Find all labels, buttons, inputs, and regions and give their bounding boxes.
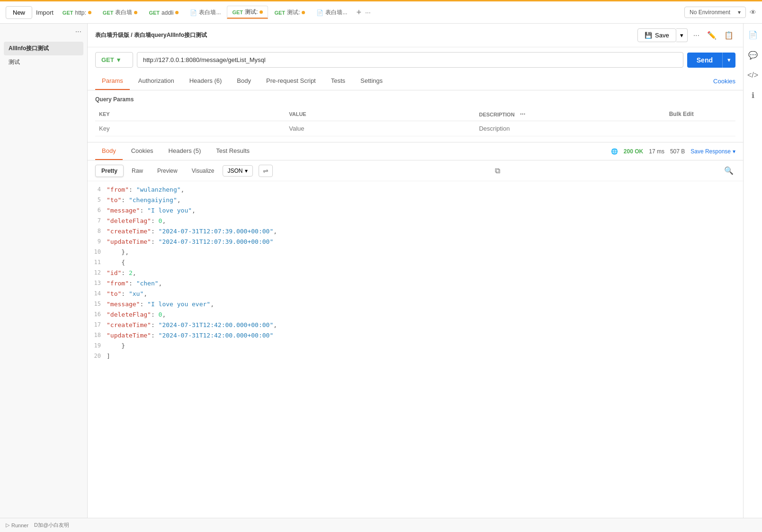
code-line: 20 ] (88, 352, 743, 362)
tab-label: 测试: (287, 9, 300, 17)
visualize-button[interactable]: Visualize (186, 165, 221, 177)
params-table: KEY VALUE DESCRIPTION ··· Bulk Edit (95, 107, 735, 136)
tab-get-baizhiqiang[interactable]: GET 表白墙 (98, 6, 143, 18)
url-bar: GET ▾ Send ▾ (88, 47, 743, 72)
save-button[interactable]: 💾 Save (637, 28, 676, 42)
runner-label: Runner (11, 523, 28, 528)
send-button[interactable]: Send (687, 53, 722, 68)
doc-icon: 📄 (190, 9, 197, 16)
method-label: GET (274, 10, 285, 16)
response-tab-body[interactable]: Body (95, 142, 123, 160)
tab-label: 表白墙... (199, 9, 221, 17)
tab-settings[interactable]: Settings (354, 72, 389, 90)
description-more-icon[interactable]: ··· (520, 110, 526, 118)
pretty-button[interactable]: Pretty (95, 165, 124, 177)
value-input[interactable] (289, 125, 471, 132)
send-button-group: Send ▾ (687, 53, 735, 68)
chevron-down-icon: ▾ (733, 148, 735, 155)
doc-panel-icon[interactable]: 📄 (745, 27, 761, 42)
content-area: 表白墙升级版 / 表白墙queryAllInfo接口测试 💾 Save ▾ ··… (88, 24, 743, 518)
code-line: 11 { (88, 258, 743, 268)
more-tabs-button[interactable]: ··· (365, 9, 371, 16)
code-view: 4 "from": "wulanzheng", 5 "to": "chengai… (88, 181, 743, 518)
save-button-group: 💾 Save ▾ (637, 28, 688, 42)
bottom-extra: D加@小白友明 (34, 522, 69, 529)
save-label: Save (655, 32, 669, 39)
tab-params[interactable]: Params (95, 72, 130, 90)
new-button[interactable]: New (6, 6, 32, 19)
wrap-button[interactable]: ⇌ (259, 165, 273, 177)
tab-body[interactable]: Body (230, 72, 258, 90)
runner-button[interactable]: ▷ Runner (6, 522, 28, 528)
code-panel-icon[interactable]: </> (744, 68, 761, 82)
tab-headers[interactable]: Headers (6) (183, 72, 229, 90)
json-label: JSON (228, 168, 243, 174)
status-code: 200 OK (624, 148, 643, 155)
sidebar-more-button[interactable]: ··· (0, 24, 87, 40)
tab-prerequest[interactable]: Pre-request Script (260, 72, 323, 90)
response-tab-headers[interactable]: Headers (5) (162, 142, 208, 160)
top-bar: New Import GET http: GET 表白墙 GET addli 📄… (0, 0, 762, 24)
tab-label: addli (161, 9, 173, 16)
code-line: 8 "createTime": "2024-07-31T12:07:39.000… (88, 227, 743, 237)
preview-button[interactable]: Preview (151, 165, 184, 177)
chevron-down-icon: ▾ (738, 9, 741, 16)
tab-tests[interactable]: Tests (324, 72, 352, 90)
tab-doc-baizhiqiang2[interactable]: 📄 表白墙... (185, 6, 226, 18)
unsaved-dot (134, 11, 137, 14)
eye-icon[interactable]: 👁 (750, 9, 756, 16)
desc-input[interactable] (479, 125, 661, 132)
code-line: 10 }, (88, 248, 743, 258)
import-button[interactable]: Import (36, 9, 54, 16)
json-format-select[interactable]: JSON ▾ (223, 165, 253, 177)
breadcrumb-prefix: 表白墙升级版 (95, 32, 129, 38)
response-status: 🌐 200 OK 17 ms 507 B Save Response ▾ (611, 148, 735, 155)
raw-button[interactable]: Raw (126, 165, 149, 177)
save-dropdown-button[interactable]: ▾ (676, 28, 688, 42)
bulk-edit-button[interactable]: Bulk Edit (669, 111, 694, 117)
breadcrumb: 表白墙升级版 / 表白墙queryAllInfo接口测试 (95, 31, 207, 39)
code-line: 13 "from": "chen", (88, 279, 743, 289)
key-input[interactable] (99, 125, 281, 132)
tab-get-http[interactable]: GET http: (57, 7, 97, 18)
method-value: GET (101, 56, 114, 63)
query-params-title: Query Params (95, 96, 735, 103)
code-line: 16 "deleteFlag": 0, (88, 310, 743, 320)
method-label: GET (232, 9, 243, 15)
save-response-button[interactable]: Save Response ▾ (690, 148, 735, 155)
method-select[interactable]: GET ▾ (95, 52, 133, 68)
tab-get-addli[interactable]: GET addli (143, 7, 184, 18)
sidebar-item-allinfo[interactable]: AllInfo接口测试 (4, 42, 83, 55)
tab-get-ceshi[interactable]: GET 测试: (227, 6, 268, 19)
add-tab-button[interactable]: + (353, 8, 364, 18)
chat-panel-icon[interactable]: 💬 (745, 48, 761, 62)
copy-button[interactable]: ⧉ (493, 165, 502, 177)
response-size: 507 B (670, 148, 685, 155)
tab-doc-baizhiqiang3[interactable]: 📄 表白墙... (311, 6, 352, 18)
response-tab-test-results[interactable]: Test Results (209, 142, 256, 160)
more-actions-button[interactable]: ··· (691, 29, 701, 42)
cookies-link[interactable]: Cookies (713, 78, 735, 85)
response-tab-cookies[interactable]: Cookies (125, 142, 160, 160)
info-panel-icon[interactable]: ℹ (749, 88, 757, 103)
comment-icon[interactable]: 📋 (722, 29, 735, 42)
sidebar-item-test[interactable]: 测试 (4, 55, 83, 69)
tab-get-ceshi2[interactable]: GET 测试: (269, 6, 310, 18)
code-line: 19 } (88, 341, 743, 352)
send-dropdown-button[interactable]: ▾ (722, 53, 735, 68)
edit-icon[interactable]: ✏️ (705, 29, 718, 42)
environment-selector[interactable]: No Environment ▾ (684, 7, 746, 18)
env-label: No Environment (690, 9, 730, 16)
url-input[interactable] (137, 52, 683, 68)
save-icon: 💾 (645, 32, 652, 39)
code-line: 14 "to": "xu", (88, 289, 743, 300)
response-area: Body Cookies Headers (5) Test Results 🌐 … (88, 142, 743, 518)
tab-label: 表白墙 (115, 9, 132, 17)
search-button[interactable]: 🔍 (722, 164, 735, 177)
unsaved-dot (260, 10, 263, 14)
code-line: 12 "id": 2, (88, 268, 743, 279)
tab-authorization[interactable]: Authorization (132, 72, 181, 90)
tab-label: 测试: (245, 8, 258, 16)
unsaved-dot (302, 11, 305, 14)
key-cell (95, 121, 285, 136)
